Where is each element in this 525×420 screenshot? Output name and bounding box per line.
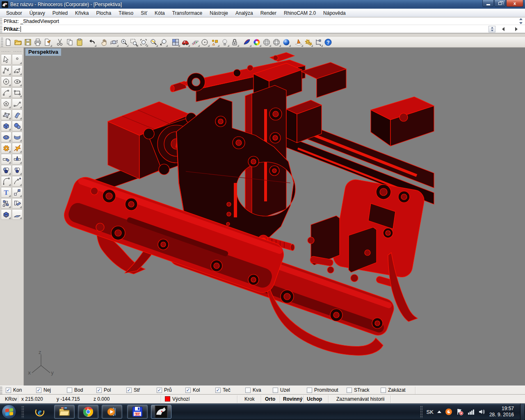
checkbox[interactable]: ✓ <box>381 388 386 393</box>
checkbox[interactable]: ✓ <box>6 388 11 393</box>
history-prev-button[interactable] <box>498 26 509 32</box>
osnap-kon[interactable]: ✓Kon <box>6 387 22 393</box>
osnap-grip[interactable] <box>0 386 2 394</box>
snap-toggle[interactable]: Krok <box>244 396 255 402</box>
perspective-viewport[interactable]: z x y Perspektiva <box>24 48 525 386</box>
osnap-str[interactable]: ✓Stř <box>126 387 140 393</box>
history-scrollbar[interactable] <box>518 18 525 25</box>
planar-toggle[interactable]: Rovinný <box>283 396 302 402</box>
network-signal-icon[interactable] <box>467 408 475 415</box>
osnap-kol[interactable]: ✓Kol <box>185 387 200 393</box>
show-hidden-icons[interactable] <box>437 411 441 413</box>
menu-analyza[interactable]: Analýza <box>232 9 257 17</box>
osnap-zakazat[interactable]: ✓Zakázat <box>381 387 406 393</box>
show-desktop-button[interactable] <box>520 404 524 420</box>
start-button[interactable] <box>2 404 16 419</box>
circle-tool-icon[interactable] <box>1 76 11 87</box>
wireframe-viewport-icon[interactable] <box>272 37 281 47</box>
boolean-difference-icon[interactable] <box>12 165 23 176</box>
menu-kota[interactable]: Kóta <box>151 9 169 17</box>
zoom-window-icon[interactable] <box>129 37 139 47</box>
extrude-surface-icon[interactable] <box>12 209 23 220</box>
direction-cone-icon[interactable] <box>294 37 304 47</box>
checkbox[interactable]: ✓ <box>67 388 72 393</box>
scroll-up-icon[interactable] <box>519 18 523 20</box>
options-gears-icon[interactable] <box>304 37 313 47</box>
scroll-down-icon[interactable] <box>519 22 523 24</box>
osnap-pol[interactable]: ✓Pol <box>96 387 111 393</box>
interpolate-curve-icon[interactable] <box>12 65 23 76</box>
zoom-in-icon[interactable] <box>119 37 129 47</box>
solid-torus-icon[interactable] <box>1 132 11 142</box>
blend-curve-icon[interactable] <box>12 98 23 109</box>
zoom-selected-icon[interactable] <box>148 37 158 47</box>
array-tool-icon[interactable] <box>1 198 11 209</box>
control-curve-icon[interactable] <box>1 65 11 76</box>
layer-name[interactable]: Výchozí <box>172 396 190 402</box>
restore-button[interactable] <box>494 0 506 7</box>
menu-upravy[interactable]: Úpravy <box>26 9 49 17</box>
save-file-icon[interactable] <box>23 37 33 47</box>
undo-icon[interactable] <box>87 37 97 47</box>
viewport-title[interactable]: Perspektiva <box>25 48 61 56</box>
cplane-indicator[interactable]: KRov <box>5 396 17 402</box>
trim-icon[interactable] <box>1 154 11 164</box>
close-button[interactable]: x <box>506 0 523 7</box>
cplane-icon[interactable] <box>190 37 200 47</box>
menu-sit[interactable]: Síť <box>137 9 151 17</box>
new-file-icon[interactable] <box>3 37 13 47</box>
spin-down-icon[interactable] <box>491 30 493 31</box>
ortho-toggle[interactable]: Orto <box>265 396 275 402</box>
menu-transformace[interactable]: Transformace <box>169 9 206 17</box>
action-center-flag-icon[interactable] <box>456 408 463 415</box>
language-indicator[interactable]: SK <box>427 409 434 415</box>
palette-grip[interactable] <box>1 51 10 52</box>
menu-nastroje[interactable]: Nástroje <box>206 9 232 17</box>
zoom-extents-icon[interactable] <box>139 37 148 47</box>
taskbar-windows-explorer[interactable] <box>54 405 75 419</box>
clock[interactable]: 19:57 28. 9. 2016 <box>489 406 516 418</box>
checkbox[interactable]: ✓ <box>126 388 132 393</box>
osnap-promitnout[interactable]: ✓Promítnout <box>307 387 338 393</box>
undo-view-icon[interactable] <box>158 37 168 47</box>
checkbox[interactable]: ✓ <box>245 388 251 393</box>
checkbox[interactable]: ✓ <box>185 388 191 393</box>
print-icon[interactable] <box>33 37 43 47</box>
paste-icon[interactable] <box>75 37 84 47</box>
osnap-toggle-status[interactable]: Uchop <box>307 396 322 402</box>
spin-up-icon[interactable] <box>491 27 493 28</box>
osnap-nej[interactable]: ✓Nej <box>36 387 51 393</box>
checkbox[interactable]: ✓ <box>273 388 278 393</box>
osnap-uzel[interactable]: ✓Uzel <box>273 387 290 393</box>
menu-plocha[interactable]: Plocha <box>92 9 115 17</box>
history-next-button[interactable] <box>511 26 522 32</box>
tray-grip[interactable] <box>420 406 423 418</box>
text-tool-icon[interactable]: T <box>1 187 11 198</box>
point-tool-icon[interactable] <box>12 54 23 65</box>
osnap-tec[interactable]: ✓Teč <box>215 387 231 393</box>
fillet-curve-icon[interactable] <box>1 176 11 187</box>
polygon-tool-icon[interactable] <box>1 98 11 109</box>
circle-center-icon[interactable] <box>200 37 210 47</box>
taskbar-rhinoceros[interactable] <box>151 405 171 419</box>
viewport-layout-icon[interactable] <box>171 37 180 47</box>
solid-spheres-icon[interactable] <box>12 121 23 131</box>
checkbox[interactable]: ✓ <box>36 388 41 393</box>
copy-icon[interactable] <box>65 37 75 47</box>
plugin-tools-icon[interactable] <box>1 143 11 153</box>
open-file-icon[interactable] <box>13 37 23 47</box>
checkbox[interactable]: ✓ <box>307 388 312 393</box>
color-wheel-icon[interactable] <box>252 37 262 47</box>
minimize-button[interactable] <box>482 0 494 7</box>
car-move-icon[interactable] <box>180 37 190 47</box>
pan-hand-icon[interactable] <box>99 37 109 47</box>
loft-surface-icon[interactable] <box>12 110 23 120</box>
checkbox[interactable]: ✓ <box>347 388 352 393</box>
export-icon[interactable] <box>43 37 52 47</box>
antivirus-icon[interactable] <box>445 408 452 415</box>
osnap-strack[interactable]: ✓STrack <box>347 387 370 393</box>
menu-rhinocam[interactable]: RhinoCAM 2.0 <box>280 9 320 17</box>
menu-pohled[interactable]: Pohled <box>49 9 71 17</box>
osnap-pru[interactable]: ✓Prů <box>157 387 172 393</box>
solid-union-icon[interactable] <box>1 209 11 220</box>
